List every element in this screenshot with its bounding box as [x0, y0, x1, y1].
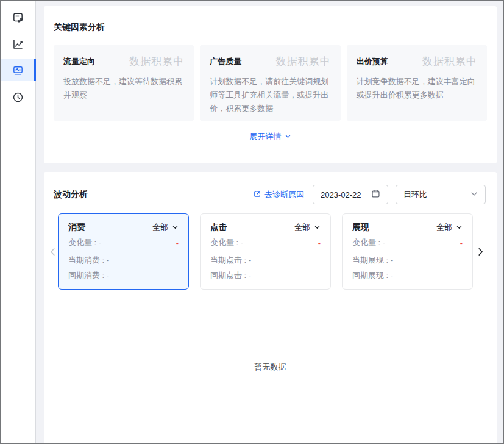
fluctuation-title: 波动分析 [54, 189, 88, 200]
compare-mode-select[interactable]: 日环比 [396, 185, 486, 204]
metric-previous-value: 同期展现 : - [352, 270, 463, 281]
factor-card-desc: 计划竞争数据不足，建议丰富定向或提升出价积累更多数据 [357, 75, 477, 102]
metric-change-label: 变化量 : - [68, 237, 101, 248]
metric-current-value: 当期展现 : - [352, 255, 463, 266]
metric-change-label: 变化量 : - [210, 237, 243, 248]
sidebar-item-diagnosis[interactable] [1, 59, 35, 81]
diagnosis-icon [12, 65, 24, 76]
diagnose-reason-link[interactable]: 去诊断原因 [253, 189, 304, 200]
external-link-icon [253, 190, 261, 200]
compare-mode-value: 日环比 [403, 189, 427, 200]
date-picker[interactable]: 2023-02-22 [313, 185, 388, 204]
metric-change-label: 变化量 : - [352, 237, 385, 248]
chevron-down-icon [285, 132, 291, 141]
chevron-down-icon [314, 223, 321, 232]
metric-filter-value: 全部 [436, 222, 452, 233]
metric-filter-value: 全部 [152, 222, 168, 233]
factor-card-bid-budget: 出价预算 数据积累中 计划竞争数据不足，建议丰富定向或提升出价积累更多数据 [347, 45, 487, 121]
metric-change-value: - [176, 238, 179, 248]
diagnosis-page: 关键因素分析 流量定向 数据积累中 投放数据不足，建议等待数据积累并观察 广告质… [0, 0, 504, 444]
fluctuation-panel: 波动分析 去诊断原因 2023-02-22 [44, 172, 497, 444]
factor-card-traffic: 流量定向 数据积累中 投放数据不足，建议等待数据积累并观察 [54, 45, 194, 121]
metric-card-cost[interactable]: 消费 全部 变化量 : - - 当期消费 : - 同期消费 : - [58, 213, 189, 290]
chevron-down-icon [470, 190, 478, 199]
factor-status-badge: 数据积累中 [422, 54, 477, 68]
metric-title: 展现 [352, 222, 369, 233]
metric-previous-value: 同期点击 : - [210, 270, 321, 281]
date-picker-value: 2023-02-22 [321, 190, 361, 199]
sidebar-item-trends[interactable] [1, 33, 35, 55]
factor-card-title: 流量定向 [63, 56, 95, 67]
factor-status-badge: 数据积累中 [129, 54, 184, 68]
chevron-down-icon [172, 223, 179, 232]
line-chart-icon [12, 38, 24, 50]
chevron-down-icon [456, 223, 463, 232]
factor-card-desc: 投放数据不足，建议等待数据积累并观察 [63, 75, 184, 102]
metric-filter-dropdown[interactable]: 全部 [294, 222, 321, 233]
metric-filter-dropdown[interactable]: 全部 [436, 222, 463, 233]
factor-card-quality: 广告质量 数据积累中 计划数据不足，请前往关键词规划师等工具扩充相关流量，或提升… [200, 45, 340, 121]
empty-state-text: 暂无数据 [44, 362, 497, 373]
factor-status-badge: 数据积累中 [276, 54, 331, 68]
factor-card-row: 流量定向 数据积累中 投放数据不足，建议等待数据积累并观察 广告质量 数据积累中… [44, 45, 497, 121]
clock-icon [12, 91, 24, 103]
sidebar [1, 1, 36, 443]
metric-carousel: 消费 全部 变化量 : - - 当期消费 : - 同期消费 : - [44, 213, 497, 290]
metric-change-value: - [318, 238, 321, 248]
note-icon [12, 12, 24, 23]
factor-card-title: 广告质量 [210, 56, 241, 67]
metric-card-impressions[interactable]: 展现 全部 变化量 : - - 当期展现 : - 同期展现 : - [342, 213, 473, 290]
sidebar-item-history[interactable] [1, 86, 35, 108]
carousel-next-icon[interactable] [477, 247, 484, 256]
expand-details-link[interactable]: 展开详情 [44, 131, 497, 142]
factor-card-desc: 计划数据不足，请前往关键词规划师等工具扩充相关流量，或提升出价，积累更多数据 [210, 75, 330, 115]
key-factors-panel: 关键因素分析 流量定向 数据积累中 投放数据不足，建议等待数据积累并观察 广告质… [44, 6, 497, 163]
sidebar-item-notes[interactable] [1, 6, 35, 28]
calendar-icon [371, 189, 380, 200]
carousel-prev-icon[interactable] [49, 247, 57, 256]
factor-card-title: 出价预算 [357, 56, 388, 67]
metric-title: 点击 [210, 222, 227, 233]
metric-current-value: 当期点击 : - [210, 255, 321, 266]
expand-details-label: 展开详情 [250, 131, 282, 142]
diagnose-reason-label: 去诊断原因 [264, 189, 304, 200]
metric-filter-value: 全部 [294, 222, 310, 233]
metric-current-value: 当期消费 : - [68, 255, 179, 266]
key-factors-title: 关键因素分析 [44, 6, 497, 33]
metric-change-value: - [460, 238, 463, 248]
metric-previous-value: 同期消费 : - [68, 270, 179, 281]
metric-card-clicks[interactable]: 点击 全部 变化量 : - - 当期点击 : - 同期点击 : - [200, 213, 331, 290]
metric-filter-dropdown[interactable]: 全部 [152, 222, 179, 233]
metric-title: 消费 [68, 222, 85, 233]
